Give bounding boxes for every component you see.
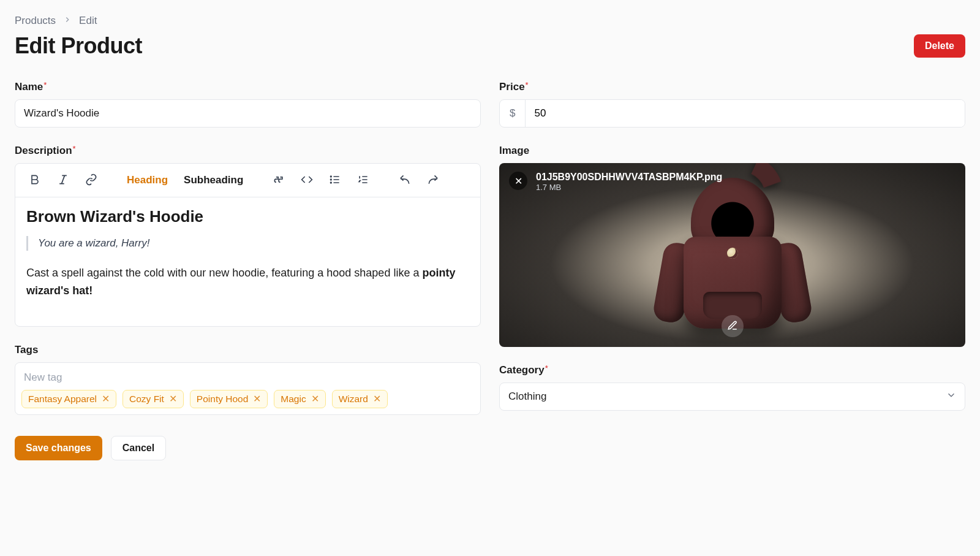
tags-field: Tags Fantasy Apparel✕Cozy Fit✕Pointy Hoo… bbox=[15, 344, 481, 415]
category-select[interactable]: Clothing bbox=[499, 383, 965, 411]
name-label: Name* bbox=[15, 81, 481, 93]
tag-remove-icon[interactable]: ✕ bbox=[169, 394, 177, 405]
svg-point-8 bbox=[331, 182, 332, 183]
subheading-button[interactable]: Subheading bbox=[178, 170, 249, 191]
close-icon: ✕ bbox=[514, 175, 522, 187]
list-icon bbox=[329, 173, 341, 188]
breadcrumb-products[interactable]: Products bbox=[15, 15, 56, 27]
image-field: Image ✕ 01J5B9Y00SDHHWVV4TASBPM4 bbox=[499, 145, 965, 347]
currency-symbol: $ bbox=[500, 100, 526, 127]
tag-list: Fantasy Apparel✕Cozy Fit✕Pointy Hood✕Mag… bbox=[21, 390, 474, 408]
category-label: Category* bbox=[499, 364, 965, 376]
page-header: Edit Product Delete bbox=[15, 33, 965, 59]
editor-body[interactable]: Brown Wizard's Hoodie You are a wizard, … bbox=[15, 197, 480, 326]
cancel-button[interactable]: Cancel bbox=[111, 436, 166, 460]
image-remove-button[interactable]: ✕ bbox=[509, 172, 527, 190]
category-select-wrap: Clothing bbox=[499, 383, 965, 411]
price-input[interactable] bbox=[526, 100, 965, 127]
tag-chip: Pointy Hood✕ bbox=[190, 390, 268, 408]
tag-chip: Cozy Fit✕ bbox=[123, 390, 184, 408]
link-button[interactable] bbox=[79, 170, 104, 191]
code-button[interactable] bbox=[295, 170, 319, 191]
required-asterisk: * bbox=[545, 364, 548, 373]
page-title: Edit Product bbox=[15, 33, 142, 59]
bold-button[interactable] bbox=[23, 170, 47, 191]
redo-button[interactable] bbox=[421, 170, 445, 191]
bold-icon bbox=[29, 173, 41, 188]
ordered-list-icon bbox=[357, 173, 369, 188]
form-actions: Save changes Cancel bbox=[15, 436, 481, 460]
price-label: Price* bbox=[499, 81, 965, 93]
breadcrumb-current: Edit bbox=[79, 15, 97, 27]
required-asterisk: * bbox=[43, 80, 47, 89]
price-label-text: Price bbox=[499, 81, 525, 93]
tag-chip: Fantasy Apparel✕ bbox=[21, 390, 116, 408]
svg-point-7 bbox=[331, 179, 332, 180]
quote-icon bbox=[273, 173, 285, 188]
price-field: Price* $ bbox=[499, 81, 965, 128]
tag-remove-icon[interactable]: ✕ bbox=[253, 394, 261, 405]
ordered-list-button[interactable] bbox=[351, 170, 375, 191]
svg-point-6 bbox=[331, 176, 332, 177]
tags-card: Fantasy Apparel✕Cozy Fit✕Pointy Hood✕Mag… bbox=[15, 362, 481, 415]
tag-label: Magic bbox=[281, 394, 306, 405]
code-icon bbox=[301, 173, 313, 188]
price-input-wrap: $ bbox=[499, 99, 965, 128]
tag-remove-icon[interactable]: ✕ bbox=[373, 394, 381, 405]
image-edit-button[interactable] bbox=[722, 315, 744, 337]
tag-label: Cozy Fit bbox=[129, 394, 164, 405]
tag-label: Fantasy Apparel bbox=[28, 394, 97, 405]
description-field: Description* Heading Subheading bbox=[15, 145, 481, 327]
tag-label: Pointy Hood bbox=[197, 394, 248, 405]
blockquote-button[interactable] bbox=[266, 170, 291, 191]
image-preview: ✕ 01J5B9Y00SDHHWVV4TASBPM4KP.png 1.7 MB bbox=[499, 163, 965, 347]
tag-remove-icon[interactable]: ✕ bbox=[102, 394, 110, 405]
pencil-icon bbox=[727, 320, 738, 333]
breadcrumb: Products Edit bbox=[15, 15, 965, 27]
editor-toolbar: Heading Subheading bbox=[15, 164, 480, 197]
desc-quote: You are a wizard, Harry! bbox=[26, 236, 469, 251]
tag-chip: Wizard✕ bbox=[332, 390, 388, 408]
description-label-text: Description bbox=[15, 145, 72, 156]
category-field: Category* Clothing bbox=[499, 364, 965, 411]
link-icon bbox=[85, 173, 97, 188]
rich-editor: Heading Subheading bbox=[15, 163, 481, 327]
chevron-right-icon bbox=[63, 15, 72, 27]
desc-paragraph-text: Cast a spell against the cold with our n… bbox=[26, 267, 422, 279]
heading-button[interactable]: Heading bbox=[121, 170, 174, 191]
tag-remove-icon[interactable]: ✕ bbox=[311, 394, 319, 405]
delete-button[interactable]: Delete bbox=[914, 34, 965, 58]
svg-line-2 bbox=[62, 175, 65, 183]
category-label-text: Category bbox=[499, 364, 545, 376]
required-asterisk: * bbox=[526, 80, 529, 89]
image-label: Image bbox=[499, 145, 965, 157]
italic-button[interactable] bbox=[51, 170, 75, 191]
name-label-text: Name bbox=[15, 81, 43, 93]
name-input[interactable] bbox=[15, 99, 481, 128]
undo-button[interactable] bbox=[393, 170, 417, 191]
redo-icon bbox=[427, 173, 439, 188]
italic-icon bbox=[57, 173, 69, 188]
desc-heading: Brown Wizard's Hoodie bbox=[26, 207, 469, 226]
description-label: Description* bbox=[15, 145, 481, 157]
bullet-list-button[interactable] bbox=[323, 170, 347, 191]
tags-label: Tags bbox=[15, 344, 481, 356]
name-field: Name* bbox=[15, 81, 481, 128]
required-asterisk: * bbox=[73, 144, 76, 153]
undo-icon bbox=[399, 173, 411, 188]
tag-input[interactable] bbox=[21, 368, 474, 390]
desc-paragraph: Cast a spell against the cold with our n… bbox=[26, 264, 469, 300]
save-button[interactable]: Save changes bbox=[15, 436, 102, 460]
tag-label: Wizard bbox=[339, 394, 368, 405]
tag-chip: Magic✕ bbox=[274, 390, 325, 408]
